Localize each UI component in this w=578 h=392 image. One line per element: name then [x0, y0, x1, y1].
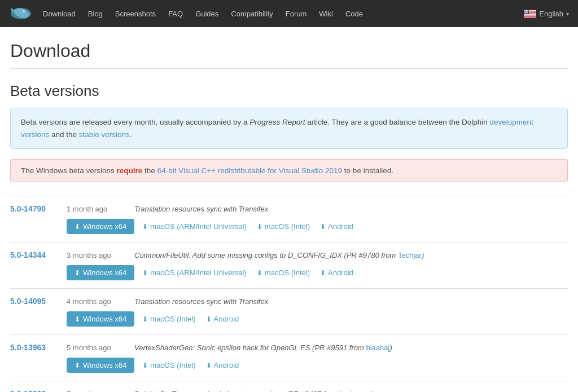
download-icon: ⬇ [142, 269, 148, 277]
nav-wiki[interactable]: Wiki [319, 10, 333, 18]
download-icon: ⬇ [206, 362, 212, 369]
version-age: 3 months ago [67, 251, 123, 259]
svg-point-19 [524, 11, 525, 12]
svg-point-12 [526, 10, 527, 10]
warning-end: to be installed. [342, 166, 393, 175]
svg-point-27 [527, 12, 528, 13]
main-content: Download Beta versions Beta versions are… [1, 27, 577, 392]
download-icon: ⬇ [320, 223, 326, 231]
download-windows-x64[interactable]: ⬇ Windows x64 [67, 358, 134, 373]
version-id[interactable]: 5.0-13603 [10, 389, 55, 392]
svg-point-15 [525, 11, 526, 11]
download-android[interactable]: ⬇ Android [204, 311, 242, 327]
version-id[interactable]: 5.0-14344 [10, 250, 55, 259]
download-icon: ⬇ [142, 362, 148, 369]
nav-faq[interactable]: FAQ [168, 10, 183, 18]
svg-point-20 [526, 11, 526, 12]
version-row: 5.0-14344 3 months ago Common/FileUtil: … [10, 243, 568, 289]
nav-links: Download Blog Screenshots FAQ Guides Com… [43, 10, 524, 18]
dolphin-logo[interactable] [9, 5, 33, 23]
svg-rect-6 [524, 14, 536, 15]
svg-point-10 [524, 10, 525, 10]
version-id[interactable]: 5.0-14095 [10, 297, 55, 306]
download-icon: ⬇ [142, 315, 148, 323]
version-id[interactable]: 5.0-14790 [10, 204, 55, 213]
nav-code[interactable]: Code [345, 10, 363, 18]
nav-forum[interactable]: Forum [286, 10, 307, 18]
version-row: 5.0-14790 1 month ago Translation resour… [10, 196, 568, 243]
svg-point-21 [526, 11, 527, 12]
version-meta: 5.0-14790 1 month ago Translation resour… [10, 204, 568, 213]
version-desc: Translation resources sync with Transife… [134, 205, 268, 213]
download-icon: ⬇ [75, 315, 80, 323]
svg-point-11 [526, 10, 526, 10]
version-meta: 5.0-13603 7 months ago DolphinQt: Fix re… [10, 389, 568, 392]
svg-point-26 [527, 12, 527, 13]
warning-box: The Windows beta versions require the 64… [10, 159, 568, 182]
chevron-down-icon: ▾ [566, 11, 569, 17]
contributor-link[interactable]: iwubcode [340, 390, 371, 392]
version-row: 5.0-13963 5 months ago VertexShaderGen: … [10, 335, 568, 381]
page-title: Download [10, 41, 568, 69]
download-icon: ⬇ [257, 269, 262, 277]
download-icon: ⬇ [75, 362, 80, 369]
download-macos-intel[interactable]: ⬇ macOS (Intel) [140, 311, 198, 327]
version-id[interactable]: 5.0-13963 [10, 343, 55, 352]
version-age: 5 months ago [67, 343, 123, 352]
navbar: Download Blog Screenshots FAQ Guides Com… [0, 0, 578, 27]
section-title: Beta versions [10, 82, 568, 100]
download-buttons: ⬇ Windows x64 ⬇ macOS (Intel) ⬇ Android [10, 358, 568, 373]
download-icon: ⬇ [206, 315, 212, 323]
svg-rect-7 [524, 15, 536, 16]
download-buttons: ⬇ Windows x64 ⬇ macOS (ARM/Intel Univers… [10, 219, 568, 234]
svg-point-14 [528, 10, 528, 10]
language-label: English [539, 10, 563, 18]
warning-link[interactable]: 64-bit Visual C++ redistributable for Vi… [157, 166, 342, 175]
nav-download[interactable]: Download [43, 10, 76, 18]
version-row: 5.0-13603 7 months ago DolphinQt: Fix re… [10, 381, 568, 392]
version-meta: 5.0-14095 4 months ago Translation resou… [10, 297, 568, 306]
download-windows-x64[interactable]: ⬇ Windows x64 [67, 265, 134, 280]
info-text-mid: article. They are a good balance between… [305, 118, 490, 126]
version-age: 1 month ago [67, 205, 123, 213]
download-buttons: ⬇ Windows x64 ⬇ macOS (Intel) ⬇ Android [10, 311, 568, 327]
nav-compatibility[interactable]: Compatibility [231, 10, 273, 18]
download-macos-intel[interactable]: ⬇ macOS (Intel) [255, 219, 312, 234]
download-windows-x64[interactable]: ⬇ Windows x64 [67, 311, 134, 327]
flag-icon [524, 10, 536, 18]
download-macos-arm-intel[interactable]: ⬇ macOS (ARM/Intel Universal) [140, 219, 248, 234]
nav-screenshots[interactable]: Screenshots [115, 10, 156, 18]
svg-point-24 [525, 12, 526, 13]
download-android[interactable]: ⬇ Android [318, 265, 356, 280]
contributor-link[interactable]: Techjar [398, 251, 422, 259]
version-desc: Common/FileUtil: Add some missing config… [134, 251, 424, 259]
download-android[interactable]: ⬇ Android [318, 219, 356, 234]
download-icon: ⬇ [142, 223, 148, 231]
svg-point-18 [527, 11, 528, 11]
download-macos-intel[interactable]: ⬇ macOS (Intel) [255, 265, 312, 280]
info-text-pre: Beta versions are released every month, … [21, 118, 249, 126]
download-windows-x64[interactable]: ⬇ Windows x64 [67, 219, 134, 234]
language-selector[interactable]: English ▾ [524, 10, 569, 18]
svg-point-23 [528, 11, 528, 12]
nav-guides[interactable]: Guides [195, 10, 218, 18]
version-age: 7 months ago [67, 390, 123, 392]
download-android[interactable]: ⬇ Android [204, 358, 242, 373]
info-text-end: and the [49, 130, 79, 139]
svg-point-22 [527, 11, 528, 12]
version-desc: DolphinQt: Fix regression in input expre… [134, 390, 373, 392]
version-meta: 5.0-13963 5 months ago VertexShaderGen: … [10, 343, 568, 352]
version-list: 5.0-14790 1 month ago Translation resour… [10, 196, 568, 392]
warning-pre: The Windows beta versions [21, 166, 117, 175]
nav-blog[interactable]: Blog [88, 10, 103, 18]
download-icon: ⬇ [75, 269, 80, 277]
warning-strong: require [117, 166, 143, 175]
warning-mid: the [142, 166, 157, 175]
info-stable-link[interactable]: stable versions [79, 130, 130, 139]
download-buttons: ⬇ Windows x64 ⬇ macOS (ARM/Intel Univers… [10, 265, 568, 280]
download-macos-intel[interactable]: ⬇ macOS (Intel) [140, 358, 198, 373]
contributor-link[interactable]: blaahaj [366, 343, 389, 352]
svg-point-1 [23, 10, 25, 12]
download-icon: ⬇ [257, 223, 262, 231]
download-macos-arm-intel[interactable]: ⬇ macOS (ARM/Intel Universal) [140, 265, 248, 280]
